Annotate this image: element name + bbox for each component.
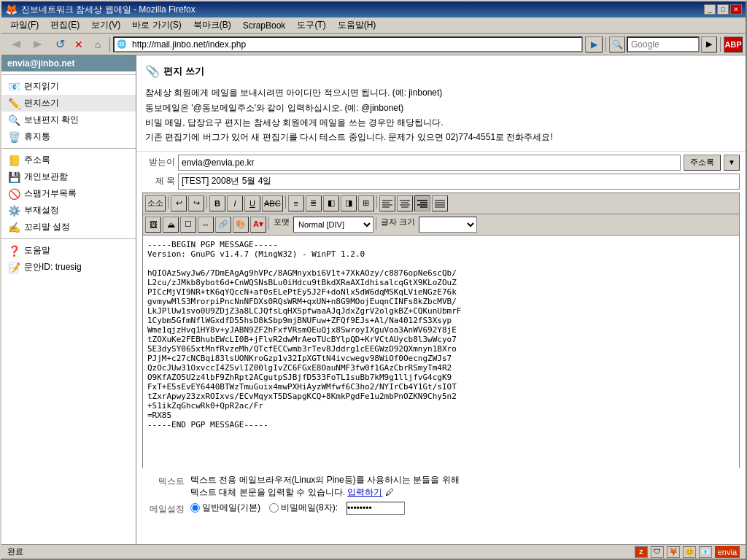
menu-bookmarks[interactable]: 북마크(B) [187,18,237,33]
search-input[interactable] [627,36,700,52]
to-row: 받는이 주소록 ▼ [142,155,740,171]
sidebar-item-spam[interactable]: 🚫 스팸거부목록 [1,185,136,202]
stop-button[interactable]: ✕ [70,36,88,53]
menu-view[interactable]: 보기(V) [85,18,126,33]
italic-btn[interactable]: I [227,195,243,211]
font-size-btn[interactable]: 소소 [145,195,166,211]
home-button[interactable]: ⌂ [89,36,107,53]
forward-button[interactable] [28,36,50,53]
close-button[interactable]: ✕ [730,4,742,15]
secret-mail-input[interactable] [269,503,279,513]
mail-icon[interactable]: 📧 [699,546,712,558]
menu-tools[interactable]: 도구(T) [291,18,331,33]
bold-btn[interactable]: B [209,195,225,211]
svg-marker-0 [12,41,20,48]
ed-sep-4 [376,195,377,209]
normal-mail-radio[interactable]: 일반메일(기본) [190,502,260,514]
image-btn[interactable]: 🖼 [145,217,161,233]
away-icon: ⚙️ [7,205,20,217]
menu-scrapbook[interactable]: ScrapBook [237,19,292,32]
reload-button[interactable]: ↺ [51,36,69,53]
indent-right-btn[interactable]: ◨ [341,195,357,211]
undo-btn[interactable]: ↩ [171,195,187,211]
fontsize-select[interactable] [419,217,477,233]
sidebar-item-personal[interactable]: 💾 개인보관함 [1,168,136,185]
help-icon: ❓ [7,245,20,257]
firefox-icon[interactable]: 🦊 [667,546,680,558]
notice-line-2: 동보메일은 '@동보메일주소'와 같이 입력하십시오. (예: @jinbone… [145,101,737,115]
sidebar-item-signature[interactable]: ✍️ 꼬리말 설정 [1,219,136,236]
sidebar-item-write[interactable]: ✏️ 편지쓰기 [1,95,136,112]
spam-icon: 🚫 [7,188,20,200]
normal-mail-label: 일반메일(기본) [202,502,260,514]
text-desc-line2: 텍스트 대체 본문을 입력할 수 있습니다. [190,487,347,497]
justify-btn[interactable] [432,195,448,211]
text-input-link[interactable]: 입력하기 [347,487,382,497]
mail-setting-row: 메일설정 일반메일(기본) 비밀메일(8자): [148,502,734,516]
subject-input[interactable] [178,174,740,190]
adblock-button[interactable]: ABP [724,36,743,52]
menu-goto[interactable]: 바로 가기(S) [126,18,187,33]
back-button[interactable] [4,36,26,53]
window-controls[interactable]: _ □ ✕ [704,4,742,15]
normal-mail-input[interactable] [190,503,200,513]
url-input[interactable] [129,36,579,52]
addr-book-button[interactable]: 주소록 [684,155,721,171]
search-engine-btn[interactable]: 🔍 [609,36,625,52]
menu-edit[interactable]: 편집(E) [44,18,85,33]
sidebar-item-help[interactable]: ❓ 도움말 [1,242,136,259]
sidebar-item-trash[interactable]: 🗑️ 휴지통 [1,128,136,145]
mail-write-icon: ✏️ [7,98,20,109]
addr-book-dropdown[interactable]: ▼ [724,155,740,171]
statusbar-icons: Z 🛡 🦊 😊 📧 envia [635,546,740,558]
zotero-icon[interactable]: Z [635,546,648,558]
table-btn[interactable]: ⊞ [358,195,374,211]
indent-left-btn[interactable]: ◧ [323,195,339,211]
sidebar-item-sent[interactable]: 🔍 보낸편지 확인 [1,112,136,128]
mail-setting-label: 메일설정 [148,502,185,516]
address-bar-container: 🌐 ▶ [113,36,603,52]
underline-btn[interactable]: U [244,195,260,211]
divider-2 [1,148,136,149]
envia-status[interactable]: envia [715,546,740,558]
status-text: 완료 [7,546,23,557]
text-row: 텍스트 텍스트 전용 메일브라우저(Linux의 Pine등)를 사용하시는 분… [148,474,734,499]
sidebar-item-away[interactable]: ⚙️ 부재설정 [1,202,136,219]
editor-body[interactable]: -----BEGIN PGP MESSAGE----- Version: Gnu… [143,236,739,469]
hr-btn[interactable]: ☐ [180,217,196,233]
strikethrough-btn[interactable]: ABC [262,195,283,211]
sidebar-item-userid[interactable]: 📝 문안ID: truesig [1,259,136,276]
align-center-btn[interactable] [397,195,413,211]
subject-row: 제 목 [142,174,740,190]
fontcolor-btn[interactable]: A▾ [250,217,266,233]
format-select[interactable]: Normal [DIV] [293,217,374,233]
maximize-button[interactable]: □ [717,4,729,15]
go-button[interactable]: ▶ [585,36,603,52]
shield-icon[interactable]: 🛡 [651,546,664,558]
ul-btn[interactable]: ≡ [288,195,304,211]
toolbar-sep-3 [720,37,721,52]
redo-btn[interactable]: ↪ [188,195,204,211]
mail-read-icon: 📧 [7,81,20,93]
minimize-button[interactable]: _ [704,4,716,15]
menu-help[interactable]: 도움말(H) [332,18,382,33]
sidebar-item-read[interactable]: 📧 편지읽기 [1,78,136,95]
align-right-btn[interactable] [414,195,430,211]
ol-btn[interactable]: ≣ [306,195,322,211]
search-go-button[interactable]: ▶ [701,36,717,52]
nav-toolbar: ↺ ✕ ⌂ 🌐 ▶ 🔍 ▶ ABP [1,34,746,55]
align-left-btn[interactable] [379,195,395,211]
menu-file[interactable]: 파일(F) [4,18,44,33]
menubar: 파일(F) 편집(E) 보기(V) 바로 가기(S) 북마크(B) ScrapB… [1,18,746,34]
ed-sep-2 [206,195,207,209]
secret-password-input[interactable] [347,502,405,515]
smiley-icon[interactable]: 😊 [683,546,696,558]
secret-mail-radio[interactable]: 비밀메일(8자): [269,502,338,514]
link-btn[interactable]: 🔗 [215,217,231,233]
color-btn[interactable]: 🎨 [233,217,249,233]
image2-btn[interactable]: ⛰ [163,217,179,233]
sidebar-item-addressbook[interactable]: 📒 주소록 [1,152,136,168]
special-btn[interactable]: ↔ [198,217,214,233]
compose-icon: 📎 [145,61,160,81]
to-input[interactable] [178,155,681,171]
